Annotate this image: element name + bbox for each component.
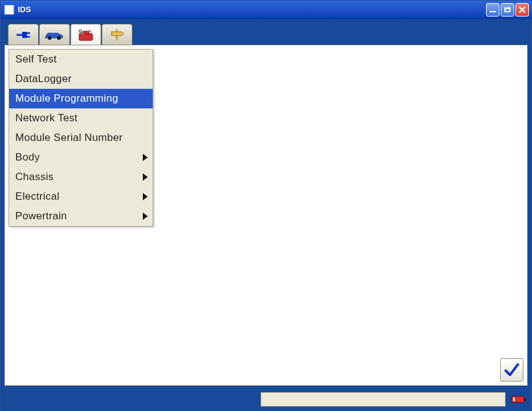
window-title: IDS	[18, 5, 31, 14]
submenu-arrow-icon	[143, 173, 148, 181]
menu-item-label: Module Programming	[15, 92, 118, 105]
tab-toolbox[interactable]	[70, 24, 101, 45]
svg-point-5	[79, 29, 82, 32]
menu-item-electrical[interactable]: Electrical	[9, 187, 153, 206]
signpost-icon	[109, 28, 125, 42]
menu-item-label: Self Test	[15, 53, 57, 66]
app-window: IDS	[0, 0, 532, 411]
menu-item-label: Chassis	[15, 171, 54, 183]
menu-item-powertrain[interactable]: Powertrain	[9, 206, 153, 226]
menu-item-body[interactable]: Body	[9, 148, 153, 167]
menu-item-label: Module Serial Number	[15, 132, 123, 144]
plug-icon	[15, 28, 32, 42]
menu-item-label: Network Test	[15, 112, 78, 124]
battery-indicator	[511, 393, 528, 406]
content-panel: Self Test DataLogger Module Programming …	[4, 45, 528, 386]
submenu-arrow-icon	[143, 154, 148, 161]
confirm-button[interactable]	[500, 358, 523, 382]
battery-icon	[511, 394, 527, 404]
menu-item-datalogger[interactable]: DataLogger	[9, 69, 153, 89]
tab-plug[interactable]	[8, 24, 39, 45]
context-menu: Self Test DataLogger Module Programming …	[9, 49, 153, 227]
svg-rect-8	[524, 398, 526, 401]
menu-item-chassis[interactable]: Chassis	[9, 167, 153, 187]
check-icon	[503, 361, 520, 379]
maximize-button[interactable]	[501, 3, 514, 17]
menu-item-label: DataLogger	[15, 73, 72, 85]
statusbar	[1, 390, 531, 410]
menu-item-module-serial-number[interactable]: Module Serial Number	[9, 128, 153, 148]
toolbar	[4, 23, 528, 45]
tab-signpost[interactable]	[102, 24, 132, 45]
status-text-well	[260, 392, 506, 407]
svg-rect-0	[22, 32, 27, 38]
submenu-arrow-icon	[143, 193, 148, 200]
toolbox-icon	[77, 28, 95, 42]
close-button[interactable]	[515, 3, 529, 17]
menu-item-label: Electrical	[15, 190, 59, 203]
minimize-button[interactable]	[486, 3, 500, 17]
titlebar: IDS	[1, 1, 531, 19]
svg-point-1	[48, 36, 51, 40]
menu-item-self-test[interactable]: Self Test	[9, 50, 153, 69]
menu-item-network-test[interactable]: Network Test	[9, 108, 153, 128]
app-icon	[4, 5, 14, 15]
client-area: Self Test DataLogger Module Programming …	[1, 19, 531, 390]
menu-item-label: Powertrain	[15, 210, 67, 222]
menu-item-module-programming[interactable]: Module Programming	[9, 89, 153, 108]
submenu-arrow-icon	[143, 213, 148, 220]
svg-rect-3	[79, 34, 93, 40]
svg-rect-9	[513, 398, 515, 401]
menu-item-label: Body	[15, 151, 40, 164]
tab-car[interactable]	[39, 24, 70, 45]
car-icon	[44, 29, 65, 40]
svg-point-2	[57, 36, 61, 40]
